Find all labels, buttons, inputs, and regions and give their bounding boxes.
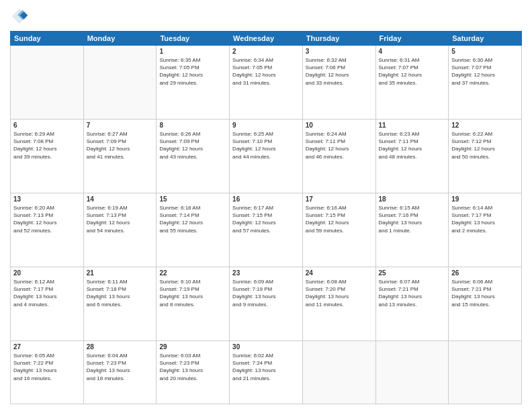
calendar-cell	[375, 341, 449, 404]
day-info: Sunrise: 6:15 AM Sunset: 7:16 PM Dayligh…	[379, 204, 446, 234]
day-number: 19	[451, 195, 519, 203]
page: SundayMondayTuesdayWednesdayThursdayFrid…	[0, 0, 532, 411]
calendar-cell: 27Sunrise: 6:05 AM Sunset: 7:22 PM Dayli…	[11, 341, 84, 404]
day-info: Sunrise: 6:24 AM Sunset: 7:11 PM Dayligh…	[306, 130, 373, 161]
day-info: Sunrise: 6:12 AM Sunset: 7:17 PM Dayligh…	[13, 278, 81, 308]
day-number: 2	[232, 48, 300, 55]
calendar-cell: 4Sunrise: 6:31 AM Sunset: 7:07 PM Daylig…	[375, 46, 449, 120]
calendar-week-row: 1Sunrise: 6:35 AM Sunset: 7:05 PM Daylig…	[11, 46, 522, 120]
calendar-cell: 3Sunrise: 6:32 AM Sunset: 7:06 PM Daylig…	[302, 46, 375, 120]
day-number: 11	[379, 122, 446, 129]
weekday-header-row: SundayMondayTuesdayWednesdayThursdayFrid…	[11, 32, 522, 46]
day-number: 16	[232, 195, 300, 203]
day-number: 1	[159, 48, 226, 55]
day-info: Sunrise: 6:22 AM Sunset: 7:12 PM Dayligh…	[451, 130, 519, 161]
calendar-cell: 15Sunrise: 6:18 AM Sunset: 7:14 PM Dayli…	[157, 193, 230, 267]
day-number: 12	[451, 122, 519, 129]
calendar-cell	[449, 341, 522, 404]
day-info: Sunrise: 6:32 AM Sunset: 7:06 PM Dayligh…	[306, 56, 373, 87]
calendar-cell: 7Sunrise: 6:27 AM Sunset: 7:09 PM Daylig…	[83, 120, 157, 193]
day-number: 22	[159, 269, 226, 277]
calendar-cell: 29Sunrise: 6:03 AM Sunset: 7:23 PM Dayli…	[157, 341, 230, 404]
day-number: 10	[306, 122, 373, 129]
calendar-cell: 2Sunrise: 6:34 AM Sunset: 7:05 PM Daylig…	[230, 46, 303, 120]
calendar-cell: 18Sunrise: 6:15 AM Sunset: 7:16 PM Dayli…	[375, 193, 449, 267]
day-info: Sunrise: 6:08 AM Sunset: 7:20 PM Dayligh…	[306, 278, 373, 308]
day-number: 27	[13, 343, 81, 351]
calendar-cell: 24Sunrise: 6:08 AM Sunset: 7:20 PM Dayli…	[302, 267, 375, 341]
weekday-header-tuesday: Tuesday	[157, 32, 230, 46]
day-info: Sunrise: 6:30 AM Sunset: 7:07 PM Dayligh…	[451, 56, 519, 87]
calendar-cell: 8Sunrise: 6:26 AM Sunset: 7:09 PM Daylig…	[157, 120, 230, 193]
calendar-cell: 25Sunrise: 6:07 AM Sunset: 7:21 PM Dayli…	[375, 267, 449, 341]
day-info: Sunrise: 6:23 AM Sunset: 7:11 PM Dayligh…	[379, 130, 446, 161]
day-number: 15	[159, 195, 226, 203]
day-info: Sunrise: 6:34 AM Sunset: 7:05 PM Dayligh…	[232, 56, 300, 87]
day-info: Sunrise: 6:02 AM Sunset: 7:24 PM Dayligh…	[232, 352, 300, 382]
calendar-cell: 16Sunrise: 6:17 AM Sunset: 7:15 PM Dayli…	[230, 193, 303, 267]
calendar-week-row: 20Sunrise: 6:12 AM Sunset: 7:17 PM Dayli…	[11, 267, 522, 341]
day-number: 9	[232, 122, 300, 129]
calendar-cell: 10Sunrise: 6:24 AM Sunset: 7:11 PM Dayli…	[302, 120, 375, 193]
weekday-header-friday: Friday	[375, 32, 449, 46]
calendar-cell: 13Sunrise: 6:20 AM Sunset: 7:13 PM Dayli…	[11, 193, 84, 267]
calendar-cell: 30Sunrise: 6:02 AM Sunset: 7:24 PM Dayli…	[230, 341, 303, 404]
day-number: 13	[13, 195, 81, 203]
weekday-header-sunday: Sunday	[11, 32, 84, 46]
calendar-cell: 23Sunrise: 6:09 AM Sunset: 7:19 PM Dayli…	[230, 267, 303, 341]
day-info: Sunrise: 6:25 AM Sunset: 7:10 PM Dayligh…	[232, 130, 300, 161]
day-number: 8	[159, 122, 226, 129]
calendar-cell: 1Sunrise: 6:35 AM Sunset: 7:05 PM Daylig…	[157, 46, 230, 120]
day-number: 18	[379, 195, 446, 203]
day-info: Sunrise: 6:05 AM Sunset: 7:22 PM Dayligh…	[13, 352, 81, 382]
day-info: Sunrise: 6:20 AM Sunset: 7:13 PM Dayligh…	[13, 204, 81, 234]
calendar-cell: 14Sunrise: 6:19 AM Sunset: 7:13 PM Dayli…	[83, 193, 157, 267]
day-info: Sunrise: 6:19 AM Sunset: 7:13 PM Dayligh…	[87, 204, 154, 234]
day-number: 25	[379, 269, 446, 277]
day-info: Sunrise: 6:14 AM Sunset: 7:17 PM Dayligh…	[451, 204, 519, 234]
calendar-cell: 6Sunrise: 6:29 AM Sunset: 7:08 PM Daylig…	[11, 120, 84, 193]
day-number: 6	[13, 122, 81, 129]
calendar-table: SundayMondayTuesdayWednesdayThursdayFrid…	[10, 31, 522, 404]
calendar-cell: 5Sunrise: 6:30 AM Sunset: 7:07 PM Daylig…	[449, 46, 522, 120]
day-number: 21	[87, 269, 154, 277]
calendar-cell: 12Sunrise: 6:22 AM Sunset: 7:12 PM Dayli…	[449, 120, 522, 193]
day-number: 24	[306, 269, 373, 277]
calendar-cell: 17Sunrise: 6:16 AM Sunset: 7:15 PM Dayli…	[302, 193, 375, 267]
day-number: 4	[379, 48, 446, 55]
weekday-header-wednesday: Wednesday	[230, 32, 303, 46]
weekday-header-thursday: Thursday	[302, 32, 375, 46]
day-info: Sunrise: 6:16 AM Sunset: 7:15 PM Dayligh…	[306, 204, 373, 234]
day-info: Sunrise: 6:04 AM Sunset: 7:23 PM Dayligh…	[87, 352, 154, 382]
day-info: Sunrise: 6:03 AM Sunset: 7:23 PM Dayligh…	[159, 352, 226, 382]
calendar-week-row: 13Sunrise: 6:20 AM Sunset: 7:13 PM Dayli…	[11, 193, 522, 267]
calendar-cell: 28Sunrise: 6:04 AM Sunset: 7:23 PM Dayli…	[83, 341, 157, 404]
day-number: 30	[232, 343, 300, 351]
day-info: Sunrise: 6:06 AM Sunset: 7:21 PM Dayligh…	[451, 278, 519, 308]
logo	[10, 7, 32, 26]
day-info: Sunrise: 6:07 AM Sunset: 7:21 PM Dayligh…	[379, 278, 446, 308]
calendar-cell: 19Sunrise: 6:14 AM Sunset: 7:17 PM Dayli…	[449, 193, 522, 267]
day-number: 20	[13, 269, 81, 277]
day-number: 26	[451, 269, 519, 277]
calendar-week-row: 27Sunrise: 6:05 AM Sunset: 7:22 PM Dayli…	[11, 341, 522, 404]
calendar-cell: 9Sunrise: 6:25 AM Sunset: 7:10 PM Daylig…	[230, 120, 303, 193]
weekday-header-monday: Monday	[83, 32, 157, 46]
day-info: Sunrise: 6:17 AM Sunset: 7:15 PM Dayligh…	[232, 204, 300, 234]
calendar-cell: 22Sunrise: 6:10 AM Sunset: 7:19 PM Dayli…	[157, 267, 230, 341]
weekday-header-saturday: Saturday	[449, 32, 522, 46]
calendar-week-row: 6Sunrise: 6:29 AM Sunset: 7:08 PM Daylig…	[11, 120, 522, 193]
day-info: Sunrise: 6:09 AM Sunset: 7:19 PM Dayligh…	[232, 278, 300, 308]
day-number: 14	[87, 195, 154, 203]
logo-icon	[10, 7, 29, 26]
header	[10, 7, 522, 26]
calendar-cell	[83, 46, 157, 120]
day-info: Sunrise: 6:10 AM Sunset: 7:19 PM Dayligh…	[159, 278, 226, 308]
day-number: 7	[87, 122, 154, 129]
day-info: Sunrise: 6:29 AM Sunset: 7:08 PM Dayligh…	[13, 130, 81, 161]
day-number: 17	[306, 195, 373, 203]
day-number: 3	[306, 48, 373, 55]
day-info: Sunrise: 6:26 AM Sunset: 7:09 PM Dayligh…	[159, 130, 226, 161]
calendar-cell: 11Sunrise: 6:23 AM Sunset: 7:11 PM Dayli…	[375, 120, 449, 193]
calendar-cell: 20Sunrise: 6:12 AM Sunset: 7:17 PM Dayli…	[11, 267, 84, 341]
